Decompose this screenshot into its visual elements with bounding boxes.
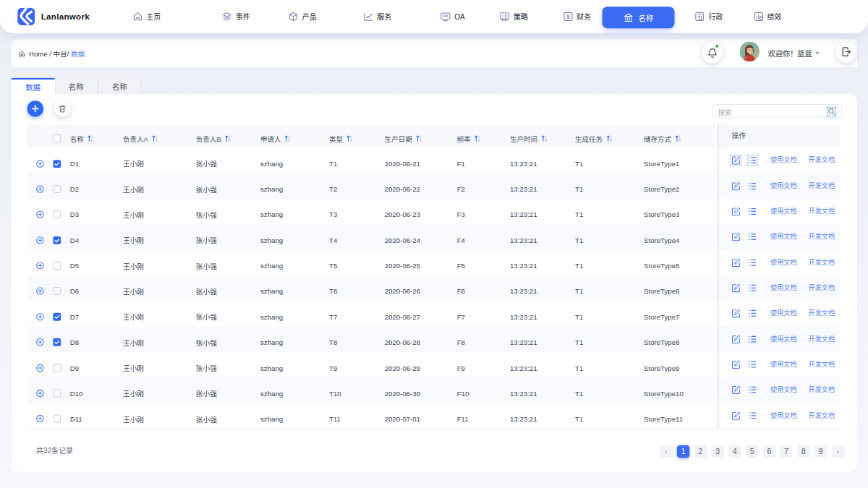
svg-text:OA: OA [443, 14, 448, 18]
